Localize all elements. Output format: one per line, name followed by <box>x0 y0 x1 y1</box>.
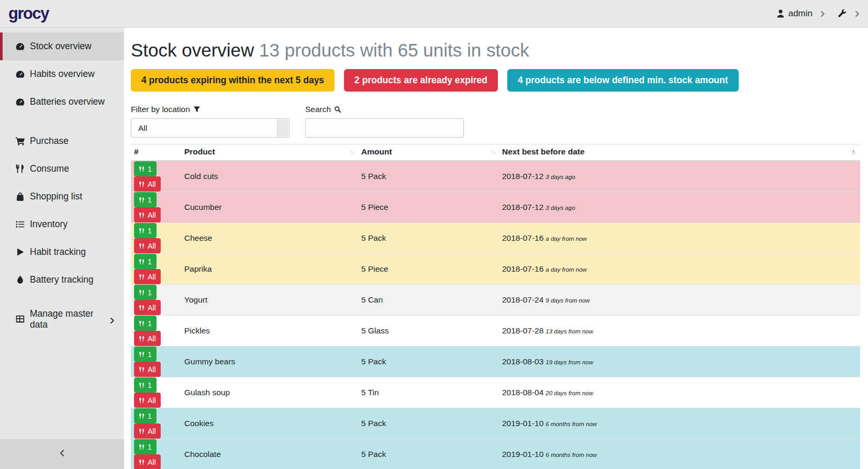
consume-all-button[interactable]: All <box>134 300 161 315</box>
consume-one-button[interactable]: 1 <box>134 347 157 362</box>
consume-all-button[interactable]: All <box>134 423 161 439</box>
sidebar-item-inventory[interactable]: Inventory <box>0 210 124 238</box>
app-logo: grocy <box>8 4 49 23</box>
date-value: 2018-07-28 <box>502 326 543 335</box>
utensils-icon <box>139 459 145 465</box>
sidebar-item-consume[interactable]: Consume <box>0 155 124 183</box>
chevron-right-icon[interactable] <box>819 10 826 17</box>
consume-one-button[interactable]: 1 <box>134 377 157 393</box>
table-row: 1All Cookies 5 Pack 2019-01-106 months f… <box>131 408 860 439</box>
column-header-best-before-date[interactable]: Next best before date↑↓ <box>499 144 860 161</box>
consume-all-label: All <box>148 304 156 312</box>
sidebar-item-purchase[interactable]: Purchase <box>0 127 124 155</box>
consume-one-label: 1 <box>148 258 152 266</box>
date-relative: 6 months from now <box>546 421 597 427</box>
column-header-amount-text: Amount <box>361 147 392 156</box>
utensils-icon <box>139 166 145 172</box>
row-actions-cell: 1All <box>131 161 181 192</box>
consume-one-button[interactable]: 1 <box>134 223 157 238</box>
consume-all-button[interactable]: All <box>134 238 161 253</box>
main-layout: Stock overview Habits overview Batteries… <box>0 27 868 469</box>
table-row: 1All Cold cuts 5 Pack 2018-07-123 days a… <box>131 161 860 192</box>
row-actions-cell: 1All <box>131 316 181 347</box>
utensils-icon <box>139 444 145 450</box>
consume-one-button[interactable]: 1 <box>134 285 157 300</box>
consume-one-label: 1 <box>148 412 152 420</box>
best-before-date: 2018-07-2813 days from now <box>499 316 860 347</box>
tachometer-icon <box>15 41 25 51</box>
consume-all-button[interactable]: All <box>134 331 161 346</box>
tachometer-icon <box>15 69 25 79</box>
sidebar-item-shopping-list[interactable]: Shopping list <box>0 183 124 210</box>
chevron-left-icon <box>58 449 66 459</box>
consume-all-button[interactable]: All <box>134 362 161 377</box>
sidebar-item-label: Consume <box>30 163 69 174</box>
consume-all-button[interactable]: All <box>134 176 161 192</box>
sort-icon-active: ↑↓ <box>852 148 856 155</box>
user-menu[interactable]: admin <box>788 8 813 19</box>
consume-one-label: 1 <box>148 350 152 359</box>
sidebar-item-stock-overview[interactable]: Stock overview <box>0 32 124 60</box>
search-input[interactable] <box>305 118 464 138</box>
filter-row: Filter by location All Search <box>131 105 860 138</box>
sidebar-item-manage-master-data[interactable]: Manage master data <box>0 305 124 333</box>
sidebar-item-battery-tracking[interactable]: Battery tracking <box>0 266 124 294</box>
consume-one-button[interactable]: 1 <box>134 439 157 454</box>
location-filter-label-text: Filter by location <box>131 105 190 114</box>
sidebar-item-habits-overview[interactable]: Habits overview <box>0 60 124 88</box>
utensils-icon <box>139 212 145 218</box>
column-header-product-text: Product <box>184 147 215 156</box>
sidebar-item-habit-tracking[interactable]: Habit tracking <box>0 238 124 266</box>
amount: 5 Pack <box>358 408 499 439</box>
sidebar-item-label: Habits overview <box>30 69 95 80</box>
sidebar-nav: Stock overview Habits overview Batteries… <box>0 28 124 333</box>
search-label-text: Search <box>305 105 331 114</box>
consume-all-button[interactable]: All <box>134 207 161 222</box>
utensils-icon <box>139 382 145 388</box>
cart-icon <box>15 136 25 146</box>
consume-one-label: 1 <box>148 227 152 235</box>
user-icon <box>776 9 785 18</box>
sidebar: Stock overview Habits overview Batteries… <box>0 28 124 469</box>
amount: 5 Tin <box>358 377 499 408</box>
product-name: Cold cuts <box>181 161 358 192</box>
product-name: Gulash soup <box>181 377 358 408</box>
consume-one-button[interactable]: 1 <box>134 161 157 176</box>
sort-icon: ↑↓ <box>350 148 354 155</box>
wrench-icon[interactable] <box>838 9 847 18</box>
consume-one-button[interactable]: 1 <box>134 408 157 423</box>
topbar: grocy admin <box>0 0 868 27</box>
consume-one-button[interactable]: 1 <box>134 192 157 207</box>
consume-one-label: 1 <box>148 196 152 204</box>
consume-all-label: All <box>148 396 156 405</box>
chevron-right-icon[interactable] <box>854 10 861 17</box>
best-before-date: 2018-07-16a day from now <box>499 223 860 254</box>
badge-info: 4 products are below defined min. stock … <box>507 69 739 92</box>
product-name: Cheese <box>181 223 358 254</box>
consume-all-button[interactable]: All <box>134 393 161 408</box>
column-header-amount[interactable]: Amount↑↓ <box>358 144 499 161</box>
sidebar-collapse-button[interactable] <box>0 439 124 469</box>
date-value: 2018-08-03 <box>502 357 543 366</box>
table-row: 1All Chocolate 5 Pack 2019-01-106 months… <box>131 439 860 469</box>
list-icon <box>15 219 25 229</box>
location-filter-label: Filter by location <box>131 105 290 114</box>
amount: 5 Pack <box>358 439 499 469</box>
product-name: Pickles <box>181 316 358 347</box>
consume-one-button[interactable]: 1 <box>134 316 157 331</box>
table-row: 1All Paprika 5 Piece 2018-07-16a day fro… <box>131 254 860 285</box>
consume-all-button[interactable]: All <box>134 454 161 469</box>
date-value: 2018-08-04 <box>502 388 543 397</box>
consume-one-label: 1 <box>148 288 152 297</box>
consume-all-label: All <box>148 427 156 436</box>
sidebar-item-batteries-overview[interactable]: Batteries overview <box>0 88 124 116</box>
consume-all-button[interactable]: All <box>134 269 161 284</box>
date-relative: a day from now <box>546 266 587 273</box>
column-header-product[interactable]: Product↑↓ <box>181 144 358 161</box>
consume-one-button[interactable]: 1 <box>134 254 157 269</box>
utensils-icon <box>139 351 145 358</box>
utensils-icon <box>139 289 145 296</box>
filter-icon <box>193 106 201 113</box>
date-relative: 3 days ago <box>546 174 575 180</box>
location-select[interactable]: All <box>131 118 290 138</box>
